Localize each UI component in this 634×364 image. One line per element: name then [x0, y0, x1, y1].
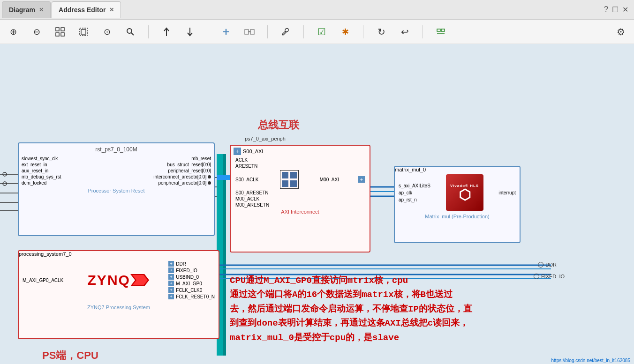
zynq-logo-area: ZYNQ: [68, 272, 168, 288]
ps-block[interactable]: processing_system7_0 M_AXI_GP0_ACLK ZYNQ…: [18, 250, 219, 339]
align-center-button[interactable]: [433, 24, 448, 39]
zynq-chevron: [130, 274, 149, 286]
tab-diagram-label: Diagram: [9, 6, 35, 14]
description-text: CPU通过M_AXI_GP0直接访问mtrix核，cpu 通过这个端口将A的16…: [230, 274, 619, 345]
svg-rect-10: [245, 30, 249, 34]
matrix-port-aprst: ap_rst_n: [399, 196, 430, 203]
refresh-button[interactable]: ↻: [374, 24, 389, 39]
settings-button[interactable]: ⚙: [613, 24, 628, 39]
ddr-out-label: DDR: [538, 262, 557, 267]
connect-button[interactable]: [242, 24, 257, 39]
axi-m00-plus[interactable]: +: [358, 176, 365, 183]
tab-diagram[interactable]: Diagram ✕: [2, 1, 51, 18]
toolbar-separator-3: [267, 25, 268, 38]
add-button[interactable]: +: [219, 24, 234, 39]
matrix-mul-block[interactable]: matrix_mul_0 s_axi_AXILiteS ap_clk ap_rs…: [394, 166, 521, 243]
matrix-port-interrupt: interrupt: [498, 189, 516, 196]
toolbar: ⊕ ⊖ ⊙ + ☑ ✱ ↻ ↩ ⚙: [0, 20, 634, 44]
desc-line-4: 到查到done表明计算结束，再通过这条AXI总线把c读回来，: [230, 316, 619, 330]
ps-port-maxigp0: + M_AXI_GP0: [168, 280, 215, 287]
ps-port-fclkclk0: + FCLK_CLK0: [168, 287, 215, 293]
matrix-port-saxi: s_axi_AXILiteS: [399, 182, 430, 189]
axi-expand-icon[interactable]: +: [234, 148, 241, 155]
zoom-in-button[interactable]: ⊕: [6, 24, 21, 39]
pin-button[interactable]: ✱: [338, 24, 353, 39]
restore-button[interactable]: ☐: [612, 5, 619, 14]
toolbar-separator-4: [303, 25, 304, 38]
svg-rect-13: [437, 29, 440, 31]
toolbar-separator-1: [148, 25, 149, 38]
svg-point-34: [3, 172, 7, 176]
svg-rect-5: [81, 30, 86, 34]
desc-line-5: matrix_mul_0是受控于cpu的，是slave: [230, 331, 619, 345]
wrench-button[interactable]: [278, 24, 293, 39]
svg-rect-1: [61, 28, 64, 31]
undo-button[interactable]: ↩: [397, 24, 412, 39]
svg-rect-17: [223, 154, 226, 356]
search-button[interactable]: [123, 24, 138, 39]
ps-port-aclk: M_AXI_GP0_ACLK: [23, 278, 63, 283]
svg-line-7: [131, 33, 134, 35]
tab-address-editor[interactable]: Address Editor ✕: [52, 1, 121, 18]
tab-address-editor-close[interactable]: ✕: [109, 7, 114, 13]
ps-block-label: ZYNQ7 Processing System: [19, 305, 219, 310]
ps-port-ddr: + DDR: [168, 260, 215, 267]
validate-button[interactable]: ☑: [314, 24, 329, 39]
svg-rect-0: [56, 28, 59, 31]
axi-s00-label: S00_AXI: [243, 149, 263, 154]
rst-port-row-3: aux_reset_in peripheral_reset[0:0]: [19, 168, 214, 174]
ps-right-ports: + DDR + FIXED_IO + USBIND_0 + M_AXI_GP0 …: [168, 260, 215, 300]
close-button[interactable]: ✕: [622, 5, 628, 14]
window-actions: ? ☐ ✕: [604, 5, 632, 14]
axi-block-label: AXI Interconnect: [231, 209, 370, 215]
align-vert-button[interactable]: [182, 24, 197, 39]
svg-rect-41: [290, 172, 297, 178]
ps-block-title: processing_system7_0: [19, 251, 219, 257]
svg-point-36: [3, 182, 7, 186]
ps-label: PS端，CPU: [42, 349, 98, 363]
rst-block-label: Processor System Reset: [19, 188, 214, 193]
toolbar-separator-2: [208, 25, 208, 38]
toolbar-separator-5: [363, 25, 363, 38]
svg-rect-43: [290, 180, 297, 187]
rst-block[interactable]: rst_ps7_0_100M slowest_sync_clk mb_reset…: [18, 142, 215, 236]
axi-interconnect-block[interactable]: + S00_AXI ACLK ARESETN S00_ACLK M00_AXI …: [230, 145, 370, 253]
align-top-button[interactable]: [159, 24, 174, 39]
zynq-text: ZYNQ: [88, 272, 130, 288]
tab-address-editor-label: Address Editor: [59, 6, 106, 14]
help-button[interactable]: ?: [604, 5, 608, 14]
ps-port-usbind: + USBIND_0: [168, 274, 215, 280]
axi-m00axi: M00_AXI: [320, 177, 339, 182]
ps7-label: ps7_0_axi_periph: [245, 136, 286, 141]
axi-aresetn: ARESETN: [231, 163, 370, 169]
hls-logo-box: Vivado® HLS ⬡: [446, 174, 483, 211]
axi-s00aclk: S00_ACLK: [235, 177, 258, 182]
rst-port-row-4: mb_debug_sys_rst interconnect_aresetn[0:…: [19, 174, 214, 180]
axi-m00aclk: M00_ACLK: [231, 196, 370, 202]
ps-left-ports: M_AXI_GP0_ACLK: [23, 278, 68, 283]
axi-s00aresetn: S00_ARESETN: [231, 190, 370, 196]
fit-full-button[interactable]: [53, 24, 68, 39]
tab-bar: Diagram ✕ Address Editor ✕ ? ☐ ✕: [0, 0, 634, 20]
svg-rect-2: [56, 33, 59, 36]
url-bar: https://blog.csdn.net/best_in_it162085: [551, 358, 630, 363]
matrix-ports-right: interrupt: [498, 189, 516, 196]
bus-title: 总线互联: [258, 118, 299, 132]
svg-point-6: [127, 29, 132, 33]
rst-block-title: rst_ps7_0_100M: [19, 143, 214, 156]
desc-line-3: 去，然后通过端口发命令启动运算，不停地查IP的状态位，直: [230, 302, 619, 316]
matrix-ports-left: s_axi_AXILiteS ap_clk ap_rst_n: [399, 182, 430, 203]
diagram-canvas: 总线互联 ps7_0_axi_periph rst_ps7_0_100M slo…: [0, 44, 634, 364]
axi-aclk: ACLK: [231, 157, 370, 163]
toolbar-separator-6: [423, 25, 423, 38]
rst-port-row-5: dcm_locked peripheral_aresetn[0:0]: [19, 180, 214, 186]
tab-diagram-close[interactable]: ✕: [39, 7, 44, 13]
svg-rect-11: [250, 30, 254, 34]
axi-m00aresetn: M00_ARESETN: [231, 202, 370, 208]
zoom-out-button[interactable]: ⊖: [29, 24, 44, 39]
center-button[interactable]: ⊙: [99, 24, 114, 39]
desc-line-1: CPU通过M_AXI_GP0直接访问mtrix核，cpu: [230, 274, 619, 288]
ps-port-fixedio: + FIXED_IO: [168, 267, 215, 274]
fit-selection-button[interactable]: [76, 24, 91, 39]
matrix-block-label: Matrix_mul (Pre-Production): [395, 214, 520, 219]
